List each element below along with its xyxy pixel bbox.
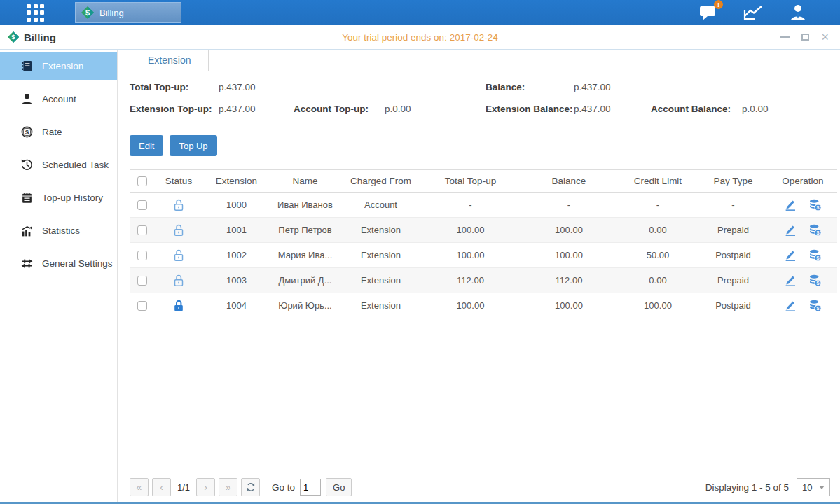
cell-credit-limit: 100.00	[618, 293, 698, 318]
lock-open-icon	[172, 274, 186, 288]
go-button[interactable]: Go	[326, 478, 352, 496]
page-size-select[interactable]: 10	[797, 478, 830, 496]
cell-pay-type: Postpaid	[698, 243, 769, 268]
sidebar-item-scheduled-task[interactable]: Scheduled Task	[0, 150, 117, 178]
topbar-tab-label: Billing	[99, 8, 124, 18]
user-account-icon[interactable]	[788, 4, 808, 22]
sidebar-item-statistics[interactable]: Statistics	[0, 216, 117, 244]
svg-text:$: $	[817, 255, 820, 261]
sidebar: ExtensionAccount$RateScheduled TaskTop-u…	[0, 50, 118, 502]
cell-name: Дмитрий Д...	[270, 268, 340, 293]
table-row: 1001Петр ПетровExtension100.00100.000.00…	[130, 218, 837, 243]
row-checkbox[interactable]	[137, 301, 147, 311]
maximize-icon[interactable]	[801, 34, 809, 41]
row-checkbox[interactable]	[137, 200, 147, 210]
svg-text:$: $	[817, 306, 820, 312]
column-header-total-top-up: Total Top-up	[421, 170, 520, 192]
clock-icon	[21, 159, 33, 171]
cell-credit-limit: 0.00	[618, 218, 698, 243]
prev-page-button[interactable]: ‹	[152, 478, 171, 496]
sidebar-item-label: Account	[42, 94, 76, 104]
column-header-status: Status	[154, 170, 203, 192]
topbar-tab-billing[interactable]: $ Billing	[75, 2, 181, 23]
sidebar-item-label: Scheduled Task	[42, 160, 109, 170]
first-page-button[interactable]: «	[130, 478, 149, 496]
topup-coins-icon[interactable]: $	[808, 299, 822, 312]
window-title: $ Billing	[7, 31, 56, 43]
pagination: « ‹ 1/1 › » Go to Go	[130, 478, 352, 496]
topup-coins-icon[interactable]: $	[808, 223, 822, 237]
cell-balance: -	[520, 192, 618, 218]
sidebar-item-top-up-history[interactable]: Top-up History	[0, 183, 117, 211]
cell-name: Мария Ива...	[270, 243, 340, 268]
total-topup-value: p.437.00	[219, 82, 256, 92]
edit-icon[interactable]	[784, 223, 797, 237]
refresh-button[interactable]	[241, 478, 260, 496]
displaying-text: Displaying 1 - 5 of 5	[705, 482, 789, 493]
topup-coins-icon[interactable]: $	[808, 248, 822, 262]
row-checkbox[interactable]	[137, 225, 147, 235]
account-balance-label: Account Balance:	[651, 104, 731, 114]
sidebar-item-extension[interactable]: Extension	[0, 52, 117, 80]
close-icon[interactable]: ×	[821, 33, 829, 42]
svg-text:$: $	[85, 8, 90, 17]
balance-value: p.437.00	[574, 82, 611, 92]
column-header-charged-from: Charged From	[340, 170, 421, 192]
table-row: 1002Мария Ива...Extension100.00100.0050.…	[130, 243, 837, 268]
notebook-icon	[21, 192, 33, 204]
cell-balance: 100.00	[520, 243, 618, 268]
top-up-button[interactable]: Top Up	[170, 135, 216, 156]
svg-text:$: $	[817, 230, 820, 236]
display-info-group: Displaying 1 - 5 of 5 10	[705, 478, 830, 496]
column-header-extension: Extension	[203, 170, 270, 192]
transfer-arrows-icon	[21, 258, 33, 270]
sidebar-item-general-settings[interactable]: General Settings	[0, 249, 117, 277]
account-topup-value: p.0.00	[385, 104, 411, 114]
topbar-actions: !	[698, 4, 808, 22]
sidebar-item-label: General Settings	[42, 258, 113, 269]
total-topup-label: Total Top-up:	[130, 82, 188, 92]
account-topup-label: Account Top-up:	[294, 104, 369, 114]
topup-coins-icon[interactable]: $	[808, 198, 822, 211]
cell-pay-type: Postpaid	[698, 293, 769, 318]
window-title-text: Billing	[24, 31, 56, 43]
extensions-table: StatusExtensionNameCharged FromTotal Top…	[130, 169, 837, 318]
select-all-checkbox[interactable]	[137, 176, 147, 186]
svg-text:$: $	[11, 33, 15, 41]
last-page-button[interactable]: »	[219, 478, 237, 496]
edit-icon[interactable]	[784, 198, 797, 211]
cell-pay-type: Prepaid	[698, 268, 769, 293]
sidebar-item-label: Extension	[42, 61, 83, 71]
row-checkbox[interactable]	[137, 251, 147, 260]
sidebar-item-rate[interactable]: $Rate	[0, 118, 117, 146]
sidebar-item-account[interactable]: Account	[0, 85, 117, 113]
lock-closed-icon	[172, 299, 186, 313]
topup-coins-icon[interactable]: $	[808, 274, 822, 287]
cell-charged-from: Extension	[340, 293, 421, 318]
goto-page-input[interactable]	[300, 479, 321, 496]
tab-extension[interactable]: Extension	[130, 50, 209, 71]
edit-icon[interactable]	[784, 248, 797, 262]
minimize-icon[interactable]	[780, 36, 790, 38]
apps-grid-icon[interactable]	[27, 4, 44, 22]
edit-icon[interactable]	[784, 299, 797, 312]
cell-extension: 1003	[203, 268, 270, 293]
cell-pay-type: Prepaid	[698, 218, 769, 243]
messages-icon[interactable]: !	[698, 4, 718, 22]
next-page-button[interactable]: ›	[196, 478, 215, 496]
edit-button[interactable]: Edit	[130, 135, 163, 156]
monitor-chart-icon[interactable]	[743, 4, 763, 22]
lock-open-icon	[172, 198, 186, 212]
window-controls: ×	[780, 33, 829, 42]
action-buttons: Edit Top Up	[130, 135, 830, 156]
table-row: 1003Дмитрий Д...Extension112.00112.000.0…	[130, 268, 837, 293]
sidebar-item-label: Top-up History	[42, 192, 103, 203]
titlebar: $ Billing Your trial period ends on: 201…	[0, 25, 840, 50]
cell-name: Петр Петров	[270, 218, 340, 243]
row-checkbox[interactable]	[137, 276, 147, 286]
billing-diamond-icon: $	[7, 31, 20, 43]
edit-icon[interactable]	[784, 274, 797, 287]
column-header-balance: Balance	[520, 170, 618, 192]
app-window: $ Billing ! $ Billing Your trial period …	[0, 0, 840, 504]
cell-name: Иван Иванов	[270, 192, 340, 218]
